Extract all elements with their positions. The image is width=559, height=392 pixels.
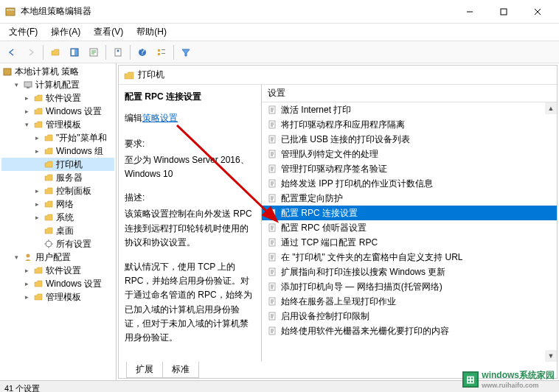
svg-rect-14	[158, 53, 160, 55]
svg-point-21	[27, 254, 30, 258]
folder-icon	[123, 69, 135, 81]
list-item[interactable]: 管理打印驱动程序签名验证	[262, 161, 557, 176]
filter-button[interactable]	[177, 43, 195, 61]
tree-software[interactable]: ▸ 软件设置	[1, 91, 114, 105]
policy-icon	[266, 281, 278, 293]
svg-point-20	[46, 241, 52, 247]
menu-view[interactable]: 查看(V)	[88, 24, 129, 40]
tree-desktop[interactable]: 桌面	[1, 224, 114, 237]
folder-icon	[43, 225, 55, 237]
list-item[interactable]: 始终使用软件光栅器来光栅化要打印的内容	[262, 323, 557, 338]
maximize-button[interactable]	[487, 1, 521, 23]
svg-rect-16	[162, 53, 165, 54]
tab-extended[interactable]: 扩展	[126, 362, 163, 378]
list-item[interactable]: 启用设备控制打印限制	[262, 309, 557, 323]
list-header-settings[interactable]: 设置	[268, 87, 285, 99]
scrollbar[interactable]: ▲ ▼	[545, 102, 557, 362]
policy-icon	[266, 222, 278, 234]
list-button[interactable]	[153, 43, 170, 61]
menu-action[interactable]: 操作(A)	[45, 24, 86, 40]
tree-all-settings[interactable]: 所有设置	[1, 237, 114, 251]
tree-network[interactable]: ▸网络	[1, 197, 114, 211]
computer-icon	[22, 79, 34, 91]
tree-user-windows[interactable]: ▸Windows 设置	[1, 277, 114, 290]
policy-icon	[266, 207, 278, 219]
list-item[interactable]: 配置重定向防护	[262, 191, 557, 206]
tree-system[interactable]: ▸系统	[1, 211, 114, 224]
policy-list[interactable]: ▲ ▼ 激活 Internet 打印将打印驱动程序和应用程序隔离已批准 USB …	[262, 102, 557, 362]
show-hide-button[interactable]	[66, 43, 83, 61]
scroll-down-button[interactable]: ▼	[545, 350, 557, 362]
folder-icon	[43, 172, 55, 183]
folder-icon	[43, 198, 55, 210]
list-item[interactable]: 已批准 USB 连接的打印设备列表	[262, 132, 557, 147]
folder-icon	[32, 265, 44, 276]
tree-user-admin[interactable]: ▸管理模板	[1, 290, 114, 304]
tree-root[interactable]: 本地计算机 策略	[1, 65, 114, 78]
svg-rect-0	[6, 8, 15, 15]
list-item[interactable]: 通过 TCP 端口配置 RPC	[262, 235, 557, 250]
policy-icon	[266, 325, 278, 337]
tree-windows-settings[interactable]: ▸ Windows 设置	[1, 105, 114, 118]
back-button[interactable]	[3, 43, 21, 61]
list-item[interactable]: 将打印驱动程序和应用程序隔离	[262, 117, 557, 132]
folder-icon	[43, 158, 55, 170]
list-item[interactable]: 激活 Internet 打印	[262, 102, 557, 117]
list-item[interactable]: 配置 RPC 侦听器设置	[262, 220, 557, 235]
list-item[interactable]: 管理队列特定文件的处理	[262, 147, 557, 161]
policy-icon	[266, 104, 278, 116]
folder-icon	[43, 185, 55, 197]
close-button[interactable]	[521, 1, 555, 23]
folder-icon	[43, 145, 55, 157]
tree-admin-templates[interactable]: ▾ 管理模板	[1, 118, 114, 131]
list-item[interactable]: 始终发送 IPP 打印机的作业页计数信息	[262, 176, 557, 191]
policy-icon	[266, 266, 278, 278]
policy-icon	[266, 295, 278, 307]
menu-help[interactable]: 帮助(H)	[131, 24, 173, 40]
settings-icon	[43, 238, 55, 250]
app-icon	[4, 6, 16, 18]
edit-policy-link[interactable]: 策略设置	[142, 113, 178, 123]
tab-standard[interactable]: 标准	[162, 362, 199, 378]
tree-computer-config[interactable]: ▾ 计算机配置	[1, 78, 114, 91]
properties-button[interactable]	[109, 43, 127, 61]
policy-icon	[266, 119, 278, 130]
svg-text:?: ?	[140, 47, 145, 57]
help-button[interactable]: ?	[133, 43, 151, 61]
policy-icon	[266, 310, 278, 322]
forward-button[interactable]	[22, 43, 40, 61]
folder-icon	[43, 132, 55, 144]
svg-rect-1	[7, 10, 14, 10]
folder-icon	[43, 211, 55, 223]
folder-icon	[32, 291, 44, 303]
tree-user-software[interactable]: ▸软件设置	[1, 264, 114, 277]
list-item[interactable]: 扩展指向和打印连接以搜索 Windows 更新	[262, 265, 557, 279]
policy-icon	[266, 178, 278, 189]
tree-windows-group[interactable]: ▸Windows 组	[1, 144, 114, 158]
statusbar: 41 个设置	[0, 380, 559, 392]
tree-control-panel[interactable]: ▸控制面板	[1, 184, 114, 197]
scroll-up-button[interactable]: ▲	[545, 102, 557, 114]
tree-start-menu[interactable]: ▸"开始"菜单和	[1, 131, 114, 144]
panel-title: 打印机	[138, 69, 164, 81]
svg-rect-18	[24, 82, 32, 87]
policy-icon	[266, 133, 278, 145]
policy-icon	[266, 148, 278, 160]
svg-rect-13	[158, 49, 160, 52]
up-button[interactable]	[46, 43, 64, 61]
list-item[interactable]: 配置 RPC 连接设置	[262, 206, 557, 220]
export-button[interactable]	[85, 43, 103, 61]
tree-user-config[interactable]: ▾ 用户配置	[1, 251, 114, 264]
list-item[interactable]: 在 "打印机" 文件夹的左窗格中自定义支持 URL	[262, 250, 557, 265]
menu-file[interactable]: 文件(F)	[3, 24, 44, 40]
list-item[interactable]: 添加打印机向导 — 网络扫描页(托管网络)	[262, 279, 557, 294]
folder-icon	[32, 119, 44, 130]
tree-servers[interactable]: 服务器	[1, 171, 114, 184]
tree-panel[interactable]: 本地计算机 策略 ▾ 计算机配置 ▸ 软件设置 ▸ Windows 设置 ▾ 管…	[0, 63, 117, 380]
svg-rect-17	[4, 69, 11, 75]
list-item[interactable]: 始终在服务器上呈现打印作业	[262, 294, 557, 309]
svg-rect-7	[72, 49, 74, 55]
minimize-button[interactable]	[453, 1, 487, 23]
window-title: 本地组策略编辑器	[21, 5, 453, 18]
tree-printers[interactable]: 打印机	[1, 158, 114, 171]
